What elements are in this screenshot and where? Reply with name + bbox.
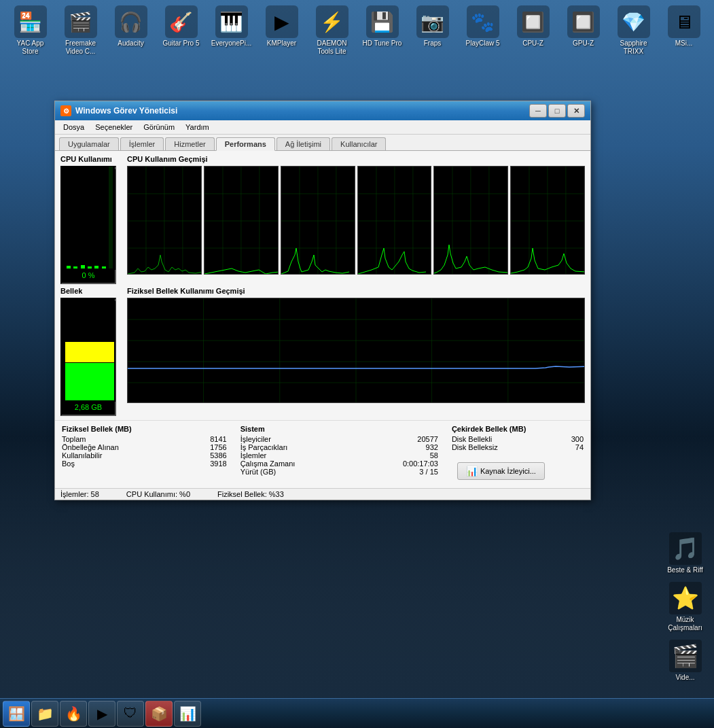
desktop-icon-video[interactable]: 🎬 Vide... — [660, 638, 711, 684]
desktop-icon-playclaw5[interactable]: 🐾PlayClaw 5 — [459, 3, 506, 50]
stat-is-parcaciklari: İş Parçacıkları 932 — [240, 443, 438, 451]
tabs: Uygulamalar İşlemler Hizmetler Performan… — [55, 135, 590, 151]
cpu-usage-monitor: 0 % — [60, 166, 116, 284]
fraps-label: Fraps — [424, 39, 442, 48]
desktop-icon-gpu-z[interactable]: 🔲GPU-Z — [560, 3, 607, 50]
cpu-graph-svg-3 — [281, 167, 355, 275]
desktop-icon-audacity[interactable]: 🎧Audacity — [107, 3, 154, 50]
guitar-pro-label: Guitar Pro 5 — [163, 39, 200, 48]
desktop-icons-right: 🎵 Beste & Riff ⭐ Müzik Çalışmaları 🎬 Vid… — [656, 527, 714, 687]
mem-bar-yellow — [65, 342, 114, 362]
stat-kullanilabilir-value: 5386 — [210, 451, 226, 460]
desktop-icon-msi[interactable]: 🖥MSi... — [660, 3, 707, 50]
memory-history-section: Fiziksel Bellek Kullanımı Geçmişi — [127, 287, 585, 416]
daemon-tools-icon: ⚡ — [316, 5, 349, 38]
tab-performans[interactable]: Performans — [216, 137, 275, 151]
memory-bars-display — [64, 301, 115, 402]
video-icon: 🎬 — [669, 640, 702, 672]
maximize-button[interactable]: □ — [548, 104, 566, 118]
stat-disk-bellekli-value: 300 — [571, 435, 584, 443]
minimize-button[interactable]: ─ — [529, 104, 547, 118]
desktop-icon-fraps[interactable]: 📷Fraps — [409, 3, 456, 50]
memory-usage-section: Bellek 2,68 GB — [60, 287, 122, 416]
cpu-bar-col — [94, 266, 99, 268]
taskbar-media-button[interactable]: ▶ — [88, 701, 115, 727]
desktop-icon-everyonepiano[interactable]: 🎹EveryonePi... — [208, 3, 255, 50]
taskbar-start-button[interactable]: 🪟 — [3, 701, 30, 727]
stat-bos-value: 3918 — [210, 460, 226, 468]
taskbar-app3-button[interactable]: 🔥 — [60, 701, 87, 727]
tab-kullanicilar[interactable]: Kullanıcılar — [332, 137, 386, 150]
system-stats: Sistem İşleyiciler 20577 İş Parçacıkları… — [240, 425, 438, 484]
stat-islemler-label: İşlemler — [240, 451, 267, 460]
menu-bar: Dosya Seçenekler Görünüm Yardım — [55, 120, 590, 135]
desktop-icon-daemon-tools[interactable]: ⚡DAEMON Tools Lite — [308, 3, 355, 58]
fraps-icon: 📷 — [416, 5, 449, 38]
yac-app-store-icon: 🏪 — [14, 5, 47, 38]
hd-tune-pro-icon: 💾 — [366, 5, 399, 38]
gpu-z-label: GPU-Z — [573, 39, 594, 48]
yac-app-store-label: YAC App Store — [9, 39, 52, 56]
taskbar-explorer-button[interactable]: 📁 — [31, 701, 58, 727]
tab-hizmetler[interactable]: Hizmetler — [165, 137, 214, 150]
stat-yurut-value: 3 / 15 — [419, 468, 438, 476]
close-button[interactable]: ✕ — [567, 104, 585, 118]
stat-isleyiciler-label: İşleyiciler — [240, 435, 271, 443]
stat-bos-label: Boş — [62, 460, 75, 468]
cpu-usage-value: 0 % — [64, 270, 113, 281]
memory-monitor: 2,68 GB — [60, 298, 116, 416]
cpu-bars — [65, 171, 114, 268]
memory-history-title: Fiziksel Bellek Kullanımı Geçmişi — [127, 287, 585, 295]
taskbar-security-button[interactable]: 🛡 — [117, 701, 144, 727]
stat-toplam: Toplam 8141 — [62, 435, 227, 443]
guitar-pro-icon: 🎸 — [165, 5, 198, 38]
desktop-icon-hd-tune-pro[interactable]: 💾HD Tune Pro — [359, 3, 406, 50]
cpu-graph-5 — [433, 166, 508, 275]
status-cpu: CPU Kullanımı: %0 — [126, 490, 190, 498]
muzik-icon: ⭐ — [669, 582, 702, 614]
resource-monitor-button[interactable]: 📊 Kaynak İzleyici... — [457, 462, 545, 480]
tab-uygulamalar[interactable]: Uygulamalar — [59, 137, 119, 150]
msi-icon: 🖥 — [668, 5, 700, 38]
cpu-bar-col — [81, 265, 85, 268]
gpu-z-icon: 🔲 — [567, 5, 600, 38]
menu-secenekler[interactable]: Seçenekler — [90, 122, 138, 133]
desktop-icon-freemake-video[interactable]: 🎬Freemake Video C... — [57, 3, 104, 58]
physical-memory-title: Fiziksel Bellek (MB) — [62, 425, 227, 433]
system-title: Sistem — [240, 425, 438, 433]
menu-yardim[interactable]: Yardım — [180, 122, 215, 133]
virtual-memory-stats: Çekirdek Bellek (MB) Disk Bellekli 300 D… — [452, 425, 584, 484]
taskmanager-title: Windows Görev Yöneticisi — [75, 106, 177, 116]
memory-title: Bellek — [60, 287, 122, 295]
physical-memory-stats: Fiziksel Bellek (MB) Toplam 8141 Önbelle… — [62, 425, 227, 484]
desktop-icon-cpu-z[interactable]: 🔲CPU-Z — [510, 3, 556, 50]
cpu-usage-title: CPU Kullanımı — [60, 155, 122, 163]
desktop: 🏪YAC App Store🎬Freemake Video C...🎧Audac… — [0, 0, 714, 728]
beste-riff-label: Beste & Riff — [667, 566, 703, 574]
stat-disk-bellekli-label: Disk Bellekli — [452, 435, 492, 443]
desktop-icon-guitar-pro[interactable]: 🎸Guitar Pro 5 — [158, 3, 204, 50]
taskbar-winrar-button[interactable]: 📦 — [145, 701, 173, 727]
tab-ag-iletisimi[interactable]: Ağ İletişimi — [276, 137, 330, 150]
stat-disk-belleksiz-label: Disk Belleksiz — [452, 443, 498, 451]
mem-bar-green — [65, 363, 114, 400]
stat-bos: Boş 3918 — [62, 460, 227, 468]
desktop-icon-kmplayer[interactable]: ▶KMPlayer — [258, 3, 305, 50]
menu-dosya[interactable]: Dosya — [58, 122, 90, 133]
cpu-history-section: CPU Kullanım Geçmişi — [127, 155, 585, 284]
desktop-icon-beste-riff[interactable]: 🎵 Beste & Riff — [660, 530, 711, 576]
stat-toplam-value: 8141 — [210, 435, 226, 443]
tab-islemler[interactable]: İşlemler — [120, 137, 164, 150]
stat-calisma-zamani-value: 0:00:17:03 — [403, 460, 438, 468]
menu-gorunum[interactable]: Görünüm — [138, 122, 180, 133]
memory-row: Bellek 2,68 GB Fiziksel Bellek Kullanımı… — [60, 287, 585, 416]
desktop-icon-yac-app-store[interactable]: 🏪YAC App Store — [7, 3, 54, 58]
taskmanager-icon: ⚙ — [60, 105, 71, 116]
taskbar-taskman-button[interactable]: 📊 — [174, 701, 201, 727]
taskmanager-titlebar: ⚙ Windows Görev Yöneticisi ─ □ ✕ — [55, 101, 590, 120]
kmplayer-icon: ▶ — [266, 5, 298, 38]
desktop-icon-sapphire-trixx[interactable]: 💎Sapphire TRIXX — [610, 3, 657, 58]
stat-is-parcaciklari-value: 932 — [426, 443, 438, 451]
desktop-icon-muzik[interactable]: ⭐ Müzik Çalışmaları — [660, 580, 711, 634]
cpu-z-label: CPU-Z — [522, 39, 543, 48]
